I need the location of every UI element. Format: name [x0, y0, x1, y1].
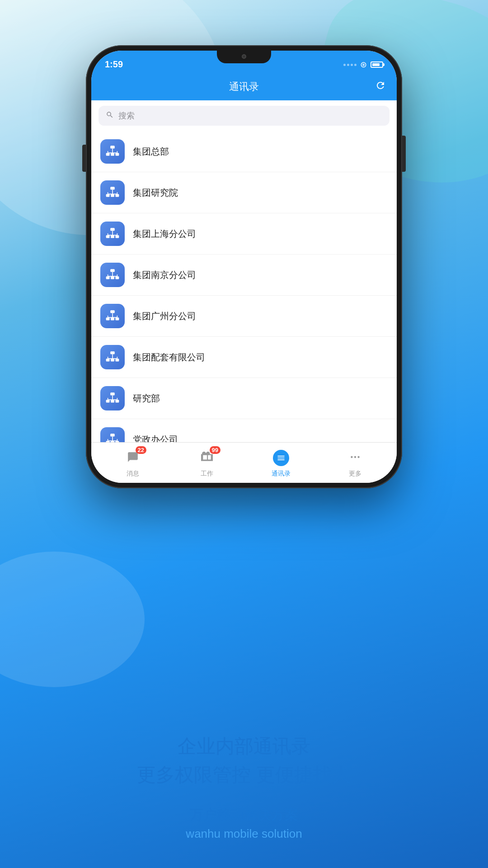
svg-rect-25 — [106, 276, 110, 279]
list-item[interactable]: 集团研究院 — [91, 172, 397, 213]
svg-rect-56 — [110, 434, 115, 436]
search-placeholder: 搜索 — [118, 110, 135, 121]
list-item[interactable]: 研究部 — [91, 378, 397, 419]
tab-icon-contacts — [271, 448, 291, 468]
svg-rect-33 — [106, 317, 110, 320]
tab-more[interactable]: 更多 — [318, 448, 392, 478]
battery-icon — [371, 61, 383, 68]
list-item-label: 集团总部 — [133, 146, 169, 158]
svg-rect-41 — [106, 359, 110, 361]
list-item[interactable]: 集团南京分公司 — [91, 255, 397, 296]
notch — [217, 51, 271, 63]
tab-badge-messages: 22 — [136, 446, 146, 454]
tab-icon-more — [345, 448, 365, 468]
tab-contacts[interactable]: 通讯录 — [244, 448, 318, 478]
svg-rect-49 — [106, 400, 110, 402]
svg-rect-8 — [110, 187, 115, 189]
brand-cn: 万户移动解决方案 — [0, 802, 488, 827]
phone-mockup: 1:59 ⊛ — [86, 45, 402, 488]
svg-rect-17 — [106, 235, 110, 238]
list-item-label: 集团上海分公司 — [133, 228, 196, 240]
tab-work[interactable]: 99 工作 — [170, 448, 244, 478]
list-item-label: 集团广州分公司 — [133, 310, 196, 322]
tab-label-more: 更多 — [349, 470, 361, 478]
svg-rect-9 — [106, 194, 110, 197]
svg-rect-51 — [115, 400, 119, 402]
svg-rect-43 — [115, 359, 119, 361]
org-icon — [100, 386, 125, 410]
list-item[interactable]: 党政办公司 — [91, 419, 397, 442]
svg-rect-35 — [115, 317, 119, 320]
status-time: 1:59 — [105, 59, 123, 70]
refresh-button[interactable] — [375, 80, 386, 94]
svg-rect-27 — [115, 276, 119, 279]
svg-rect-0 — [110, 146, 115, 148]
signal-icon — [343, 64, 357, 66]
app-header: 通讯录 — [91, 73, 397, 100]
svg-rect-1 — [106, 153, 110, 156]
svg-rect-34 — [111, 317, 114, 320]
list-item[interactable]: 集团广州分公司 — [91, 296, 397, 337]
svg-rect-19 — [115, 235, 119, 238]
svg-point-81 — [354, 456, 356, 458]
svg-rect-24 — [110, 269, 115, 272]
tab-badge-work: 99 — [210, 446, 221, 454]
tab-label-contacts: 通讯录 — [272, 470, 291, 478]
search-bar[interactable]: 搜索 — [99, 106, 389, 126]
list-item[interactable]: 集团上海分公司 — [91, 213, 397, 255]
tab-icon-work: 99 — [197, 448, 217, 468]
svg-rect-50 — [111, 400, 114, 402]
org-icon — [100, 345, 125, 369]
svg-rect-32 — [110, 310, 115, 313]
svg-rect-10 — [111, 194, 114, 197]
svg-rect-18 — [111, 235, 114, 238]
bottom-section: 企业内部通讯录 更多权限管控 更便捷找人 万户移动解决方案 wanhu mobi… — [0, 732, 488, 841]
org-icon — [100, 222, 125, 246]
svg-point-80 — [351, 456, 352, 458]
tab-icon-messages: 22 — [123, 448, 143, 468]
svg-rect-2 — [111, 153, 114, 156]
svg-rect-26 — [111, 276, 114, 279]
tab-label-messages: 消息 — [127, 470, 139, 478]
svg-rect-11 — [115, 194, 119, 197]
phone-frame: 1:59 ⊛ — [86, 45, 402, 488]
list-item-label: 集团研究院 — [133, 187, 178, 199]
list-item-label: 集团南京分公司 — [133, 269, 196, 281]
wifi-icon: ⊛ — [360, 60, 367, 70]
header-title: 通讯录 — [229, 80, 259, 94]
svg-rect-3 — [115, 153, 119, 156]
list-item-label: 研究部 — [133, 392, 160, 405]
org-icon — [100, 180, 125, 205]
tab-label-work: 工作 — [201, 470, 213, 478]
org-icon — [100, 263, 125, 287]
svg-rect-48 — [110, 392, 115, 395]
svg-rect-16 — [110, 228, 115, 231]
org-icon — [100, 304, 125, 328]
svg-rect-40 — [110, 351, 115, 354]
tab-bar: 22 消息 99 工作 通讯录 更多 — [91, 442, 397, 483]
search-icon — [106, 111, 114, 121]
search-container: 搜索 — [91, 100, 397, 131]
list-item[interactable]: 集团配套有限公司 — [91, 337, 397, 378]
svg-point-82 — [357, 456, 359, 458]
status-icons: ⊛ — [343, 60, 383, 70]
org-icon — [100, 427, 125, 442]
list-item[interactable]: 集团总部 — [91, 131, 397, 172]
list-item-label: 党政办公司 — [133, 434, 178, 443]
org-icon — [100, 139, 125, 164]
list-item-label: 集团配套有限公司 — [133, 351, 205, 363]
brand-en: wanhu mobile solution — [0, 827, 488, 841]
phone-screen: 1:59 ⊛ — [91, 51, 397, 483]
contact-list: 集团总部 集团研究院 集团上海分公司 集团南京分公司 集团广州分公司 — [91, 131, 397, 442]
tab-messages[interactable]: 22 消息 — [96, 448, 170, 478]
headline: 企业内部通讯录 更多权限管控 更便捷找人 — [0, 732, 488, 789]
camera — [242, 54, 246, 59]
svg-rect-42 — [111, 359, 114, 361]
